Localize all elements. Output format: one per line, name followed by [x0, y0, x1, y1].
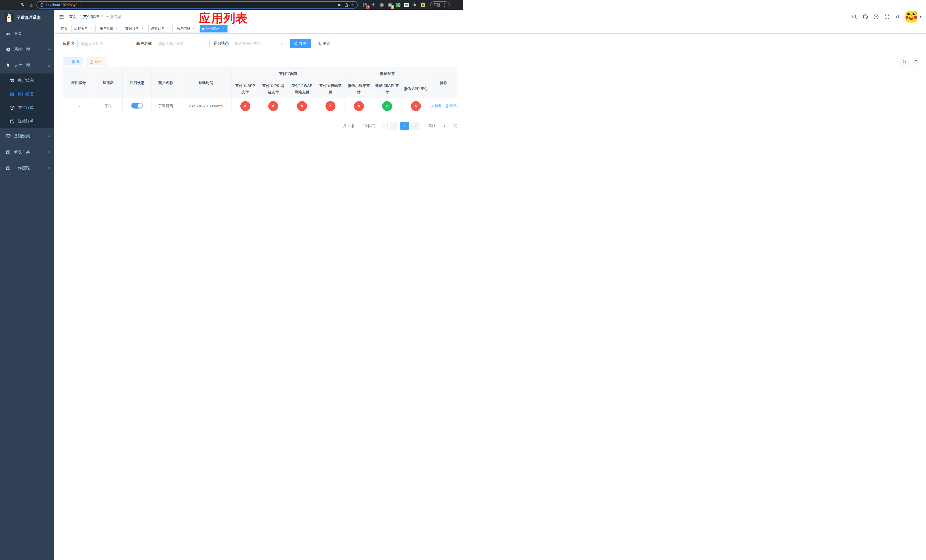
- sidebar-item-label: 支付管理: [14, 63, 44, 68]
- export-button[interactable]: 导出: [86, 58, 106, 66]
- sidebar-item-dev-tools[interactable]: 研发工具 ∨: [0, 144, 54, 160]
- prev-page-button[interactable]: ‹: [390, 122, 398, 130]
- breadcrumb-current: 应用信息: [105, 14, 121, 20]
- browser-reload-button[interactable]: ↻: [20, 2, 26, 8]
- wx-app-status: ✕: [411, 101, 421, 111]
- tag-pay-order[interactable]: 支付订单×: [123, 25, 147, 32]
- group-alipay-config: 支付宝配置: [232, 68, 345, 80]
- password-key-icon[interactable]: [338, 3, 342, 7]
- browser-toolbar: ← → ↻ ⌂ localhost:1024/pay/app ☆ 10 ⌘ 1: [0, 0, 463, 10]
- gear-icon: [6, 47, 11, 52]
- sidebar-item-label: 商户信息: [18, 78, 50, 83]
- browser-home-button[interactable]: ⌂: [28, 2, 35, 8]
- sidebar-item-pay-orders[interactable]: ¥ 支付订单: [0, 101, 54, 115]
- sidebar-item-infrastructure[interactable]: 基础设施 ∨: [0, 128, 54, 144]
- cell-app-name: 芋道: [94, 98, 123, 114]
- refresh-icon: ↻: [318, 42, 321, 46]
- delete-link[interactable]: 删除: [446, 103, 457, 108]
- sidebar-item-label: 研发工具: [14, 150, 44, 155]
- extension-blocks-icon[interactable]: 10: [362, 2, 368, 8]
- sidebar-fold-icon[interactable]: [59, 14, 65, 20]
- close-icon[interactable]: ×: [166, 27, 170, 31]
- status-select[interactable]: 请选择开启状态 ∨: [232, 39, 286, 48]
- extension-chat-icon[interactable]: [404, 2, 409, 8]
- grid-icon: [10, 92, 15, 97]
- add-button[interactable]: ＋ 新增: [63, 58, 83, 66]
- breadcrumb-payment[interactable]: 支付管理: [83, 14, 99, 20]
- browser-menu-icon[interactable]: ⋮: [442, 3, 446, 7]
- browser-back-button[interactable]: ←: [2, 2, 9, 8]
- chevron-down-icon: ∨: [383, 124, 385, 128]
- col-merchant: 商户名称: [151, 68, 180, 98]
- tag-user-group[interactable]: 用户分组×: [97, 25, 121, 32]
- goto-page-input[interactable]: [438, 122, 451, 130]
- url-text[interactable]: localhost:1024/pay/app: [46, 3, 336, 7]
- extension-y-icon[interactable]: y: [395, 2, 401, 8]
- extension-recorder-icon[interactable]: 1: [387, 2, 393, 8]
- cell-actions: 修改 删除: [430, 98, 457, 114]
- info-icon[interactable]: [40, 3, 44, 7]
- address-bar[interactable]: localhost:1024/pay/app ☆: [36, 1, 358, 9]
- extensions-puzzle-icon[interactable]: [412, 2, 418, 8]
- sidebar-item-payment[interactable]: ¥ 支付管理 ∧: [0, 58, 54, 74]
- search-button[interactable]: 搜索: [290, 39, 311, 48]
- toolbox-icon: [6, 166, 11, 171]
- close-icon[interactable]: ×: [115, 27, 119, 31]
- cell-app-id: 6: [63, 98, 94, 114]
- merchant-name-input[interactable]: [154, 39, 210, 48]
- status-toggle[interactable]: [131, 103, 143, 109]
- breadcrumb-home[interactable]: 首页: [69, 14, 77, 20]
- col-actions: 操作: [430, 68, 457, 98]
- close-icon[interactable]: ×: [141, 27, 144, 31]
- close-icon[interactable]: ×: [89, 27, 93, 31]
- tag-home[interactable]: 首页: [58, 25, 70, 32]
- tag-refund-order[interactable]: 退款订单×: [148, 25, 172, 32]
- sidebar-item-system[interactable]: 系统管理 ∨: [0, 42, 54, 58]
- sidebar-item-home[interactable]: 首页: [0, 26, 54, 42]
- next-page-button[interactable]: ›: [411, 122, 419, 130]
- extension-badge: 1: [391, 5, 394, 9]
- col-create-time: 创建时间: [180, 68, 232, 98]
- dashboard-icon: [6, 31, 11, 36]
- sidebar-item-merchant-info[interactable]: 商户信息: [0, 74, 54, 87]
- chevron-down-icon: ∨: [48, 166, 50, 170]
- page-1-button[interactable]: 1: [400, 122, 409, 130]
- update-label: 更新: [433, 3, 440, 8]
- sidebar-logo[interactable]: 芋道管理系统: [0, 10, 54, 26]
- sidebar-item-label: 基础设施: [14, 133, 44, 139]
- edit-link[interactable]: 修改: [431, 103, 442, 108]
- sidebar-item-refund-orders[interactable]: 退款订单: [0, 115, 54, 128]
- plus-icon: ＋: [67, 59, 71, 64]
- chevron-down-icon: ∨: [48, 135, 50, 138]
- col-wx-jsapi: 微信 JSAPI 支付: [373, 80, 401, 98]
- sidebar-item-label: 系统管理: [14, 47, 44, 52]
- sidebar-item-app-info[interactable]: 应用信息: [0, 87, 54, 101]
- tag-merchant-info[interactable]: 商户信息×: [174, 25, 198, 32]
- page-size-select[interactable]: 10条/页 ∨: [359, 122, 387, 130]
- browser-update-button[interactable]: 更新 ⋮: [430, 2, 449, 8]
- filter-form: 应用名 商户名称 开启状态 请选择开启状态 ∨ 搜索 ↻ 重置: [63, 39, 463, 48]
- sidebar-item-workflow[interactable]: 工作流程 ∨: [0, 160, 54, 176]
- close-icon[interactable]: ×: [192, 27, 196, 31]
- sidebar-item-label: 退款订单: [18, 119, 50, 124]
- sidebar-item-label: 支付订单: [18, 105, 50, 110]
- browser-forward-button[interactable]: →: [11, 2, 18, 8]
- close-icon[interactable]: ×: [221, 27, 225, 31]
- monitor-icon: [6, 134, 11, 139]
- download-icon: [90, 60, 94, 64]
- extension-command-icon[interactable]: ⌘: [379, 2, 384, 8]
- bookmark-star-icon[interactable]: ☆: [351, 3, 354, 7]
- active-dot: [202, 28, 204, 30]
- tag-process-form[interactable]: 流程表单×: [71, 25, 96, 32]
- reset-button[interactable]: ↻ 重置: [314, 39, 334, 48]
- trash-icon: [446, 104, 449, 107]
- payment-submenu: 商户信息 应用信息 ¥ 支付订单 退款订单: [0, 74, 54, 128]
- yen-circle-icon: ¥: [10, 105, 15, 110]
- extension-gem-icon[interactable]: [371, 2, 376, 8]
- share-icon[interactable]: [344, 3, 348, 7]
- profile-emoji-icon[interactable]: [420, 2, 426, 8]
- table-row: 6 芋道 芋道源码 2021-10-23 08:49:25 ✕ ✕ ✕ ✕ ✕ …: [63, 98, 457, 114]
- app-name-input[interactable]: [77, 39, 132, 48]
- svg-text:¥: ¥: [11, 106, 13, 109]
- sidebar: 芋道管理系统 首页 系统管理 ∨ ¥ 支付管理 ∧ 商户信息: [0, 10, 54, 280]
